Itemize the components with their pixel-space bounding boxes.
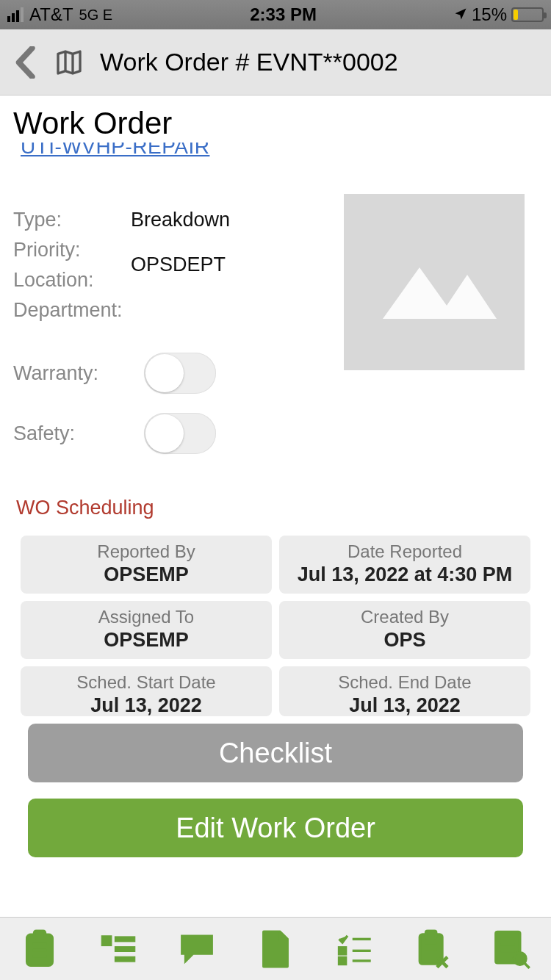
warranty-toggle[interactable] — [144, 353, 216, 394]
indent-list-icon[interactable] — [98, 929, 139, 970]
svg-rect-17 — [426, 931, 436, 937]
priority-label: Priority: — [13, 239, 131, 262]
edit-work-order-button[interactable]: Edit Work Order — [28, 799, 523, 857]
battery-percent: 15% — [472, 4, 507, 25]
reported-by-label: Reported By — [25, 541, 267, 562]
svg-rect-14 — [339, 957, 346, 964]
carrier-label: AT&T — [29, 4, 73, 25]
safety-row: Safety: — [13, 413, 538, 454]
sop-link[interactable]: UTI-WVHP-REPAIR — [21, 143, 538, 157]
date-reported-label: Date Reported — [284, 541, 526, 562]
date-reported-card[interactable]: Date Reported Jul 13, 2022 at 4:30 PM — [279, 536, 530, 594]
map-icon[interactable] — [54, 48, 84, 77]
sched-start-card[interactable]: Sched. Start Date Jul 13, 2022 — [21, 666, 272, 716]
image-placeholder[interactable] — [344, 194, 525, 370]
signal-icon — [7, 7, 24, 22]
created-by-card[interactable]: Created By OPS — [279, 601, 530, 659]
svg-rect-7 — [101, 935, 112, 945]
scheduling-grid: Reported By OPSEMP Date Reported Jul 13,… — [13, 536, 538, 716]
created-by-value: OPS — [284, 629, 526, 652]
sched-end-label: Sched. End Date — [284, 672, 526, 693]
bottom-tab-bar — [0, 917, 551, 980]
report-search-icon[interactable] — [491, 929, 532, 970]
sched-end-value: Jul 13, 2022 — [284, 694, 526, 716]
content-area: Work Order UTI-WVHP-REPAIR Type: Priorit… — [0, 96, 551, 917]
nav-title: Work Order # EVNT**0002 — [100, 48, 398, 76]
svg-rect-8 — [115, 936, 134, 941]
sched-start-value: Jul 13, 2022 — [25, 694, 267, 716]
scheduling-heading: WO Scheduling — [16, 497, 538, 519]
sched-end-card[interactable]: Sched. End Date Jul 13, 2022 — [279, 666, 530, 716]
svg-point-24 — [514, 952, 526, 964]
department-label: Department: — [13, 299, 131, 322]
safety-toggle[interactable] — [144, 413, 216, 454]
reported-by-card[interactable]: Reported By OPSEMP — [21, 536, 272, 594]
mountain-icon — [368, 238, 500, 326]
svg-marker-1 — [438, 275, 497, 319]
network-label: 5G E — [79, 7, 113, 24]
svg-rect-9 — [115, 946, 134, 951]
svg-rect-12 — [339, 947, 346, 954]
status-right: 15% — [454, 4, 544, 25]
created-by-label: Created By — [284, 607, 526, 627]
battery-icon — [511, 7, 544, 22]
clipboard-list-icon[interactable] — [19, 929, 60, 970]
safety-label: Safety: — [13, 422, 144, 445]
location-label: Location: — [13, 269, 131, 292]
svg-rect-3 — [34, 931, 45, 938]
document-icon[interactable] — [255, 929, 296, 970]
type-label: Type: — [13, 209, 131, 231]
date-reported-value: Jul 13, 2022 at 4:30 PM — [284, 563, 526, 586]
clock: 2:33 PM — [112, 4, 454, 25]
assigned-to-label: Assigned To — [25, 607, 267, 627]
assigned-to-value: OPSEMP — [25, 629, 267, 652]
svg-line-25 — [525, 962, 530, 968]
status-bar: AT&T 5G E 2:33 PM 15% — [0, 0, 551, 29]
status-left: AT&T 5G E — [7, 4, 112, 25]
sched-start-label: Sched. Start Date — [25, 672, 267, 693]
comment-icon[interactable] — [176, 929, 217, 970]
clipboard-cancel-icon[interactable] — [412, 929, 453, 970]
page-title: Work Order — [13, 106, 538, 141]
warranty-label: Warranty: — [13, 362, 144, 385]
location-arrow-icon — [454, 4, 467, 25]
reported-by-value: OPSEMP — [25, 563, 267, 586]
checklist-icon[interactable] — [334, 929, 375, 970]
back-button[interactable] — [15, 46, 38, 79]
checklist-button[interactable]: Checklist — [28, 724, 523, 782]
assigned-to-card[interactable]: Assigned To OPSEMP — [21, 601, 272, 659]
nav-bar: Work Order # EVNT**0002 — [0, 29, 551, 96]
svg-rect-10 — [115, 956, 134, 962]
